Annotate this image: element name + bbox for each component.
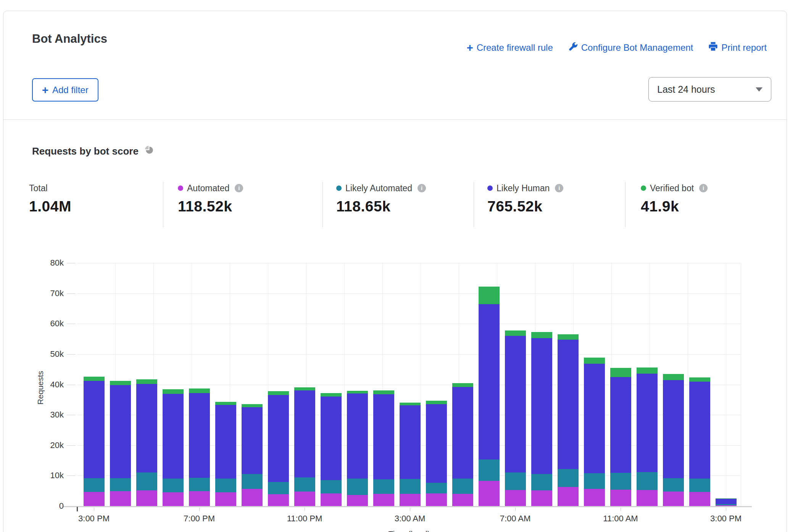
bar-segment-automated <box>584 489 605 506</box>
bar-segment-likely-automated <box>558 469 579 487</box>
stacked-bar[interactable] <box>215 402 236 506</box>
stacked-bar[interactable] <box>136 379 157 506</box>
stats-row: Total 1.04M Automated i 118.52k Likely A… <box>3 183 790 229</box>
stacked-bar[interactable] <box>426 401 447 506</box>
stat-likely-human-label: Likely Human <box>497 183 550 193</box>
stacked-bar[interactable] <box>637 368 658 506</box>
x-axis-label: Time (local) <box>377 529 442 532</box>
bar-segment-likely-human <box>452 387 473 479</box>
section-title: Requests by bot score <box>32 145 154 157</box>
time-range-value: Last 24 hours <box>657 84 715 95</box>
x-axis-line <box>63 506 752 507</box>
bar-segment-likely-automated <box>136 472 157 490</box>
bar-segment-verified-bot <box>110 381 131 385</box>
x-tick-label: 11:00 AM <box>588 514 653 524</box>
y-tick-label: 0 <box>26 501 64 511</box>
y-tick <box>67 324 76 324</box>
bar-segment-likely-human <box>479 304 500 460</box>
configure-bot-management-label: Configure Bot Management <box>581 42 693 53</box>
bar-segment-likely-human <box>136 384 157 473</box>
bar-segment-verified-bot <box>426 401 447 405</box>
bar-segment-verified-bot <box>663 374 684 380</box>
bar-segment-verified-bot <box>531 332 552 338</box>
bar-segment-automated <box>689 492 710 506</box>
stacked-bar[interactable] <box>321 393 342 506</box>
bar-segment-likely-automated <box>584 473 605 489</box>
gridline <box>421 263 421 506</box>
bar-segment-automated <box>426 493 447 506</box>
y-tick-label: 30k <box>26 410 64 420</box>
stat-divider <box>322 182 323 227</box>
y-tick <box>67 445 76 446</box>
header-divider <box>3 119 787 120</box>
y-tick-label: 10k <box>26 471 64 480</box>
stacked-bar[interactable] <box>294 387 315 506</box>
bar-segment-automated <box>110 491 131 506</box>
pie-chart-icon <box>145 145 154 157</box>
stacked-bar[interactable] <box>663 374 684 506</box>
add-filter-button[interactable]: + Add filter <box>32 78 98 102</box>
stacked-bar[interactable] <box>558 334 579 506</box>
stacked-bar[interactable] <box>400 402 421 506</box>
bar-segment-likely-automated <box>347 479 368 495</box>
printer-icon <box>708 42 718 53</box>
bar-segment-automated <box>347 495 368 506</box>
stacked-bar[interactable] <box>584 358 605 506</box>
bar-segment-verified-bot <box>163 389 184 394</box>
stacked-bar[interactable] <box>531 332 552 506</box>
configure-bot-management-link[interactable]: Configure Bot Management <box>568 42 693 53</box>
stacked-bar[interactable] <box>689 377 710 506</box>
bar-segment-likely-automated <box>163 479 184 492</box>
bar-segment-verified-bot <box>189 389 210 393</box>
wrench-icon <box>568 42 578 53</box>
y-tick-label: 20k <box>26 440 64 450</box>
bar-segment-likely-human <box>189 393 210 478</box>
create-firewall-rule-label: Create firewall rule <box>477 42 553 53</box>
bar-segment-verified-bot <box>716 498 737 499</box>
stacked-bar[interactable] <box>505 330 526 506</box>
stacked-bar[interactable] <box>479 287 500 506</box>
stacked-bar[interactable] <box>84 377 105 506</box>
print-report-link[interactable]: Print report <box>708 42 767 53</box>
bar-segment-likely-automated <box>189 478 210 491</box>
bar-segment-automated <box>136 490 157 506</box>
time-range-select[interactable]: Last 24 hours <box>648 77 771 102</box>
bar-segment-verified-bot <box>294 387 315 390</box>
stacked-bar[interactable] <box>452 383 473 506</box>
stacked-bar[interactable] <box>163 389 184 506</box>
add-filter-label: Add filter <box>52 85 89 95</box>
create-firewall-rule-link[interactable]: + Create firewall rule <box>467 42 553 53</box>
x-tick <box>515 508 516 511</box>
info-icon[interactable]: i <box>555 184 563 192</box>
bar-segment-automated <box>373 494 394 506</box>
bar-segment-verified-bot <box>136 379 157 384</box>
stacked-bar[interactable] <box>189 389 210 506</box>
info-icon[interactable]: i <box>699 184 708 192</box>
bar-segment-automated <box>637 490 658 506</box>
bar-segment-verified-bot <box>242 404 263 407</box>
bar-segment-likely-automated <box>215 479 236 492</box>
bar-segment-verified-bot <box>400 403 421 406</box>
y-tick <box>67 476 76 476</box>
page-title: Bot Analytics <box>32 32 107 46</box>
stacked-bar[interactable] <box>110 381 131 506</box>
stacked-bar[interactable] <box>242 404 263 506</box>
bar-segment-likely-automated <box>637 472 658 490</box>
stacked-bar[interactable] <box>373 390 394 506</box>
stacked-bar[interactable] <box>716 498 737 506</box>
x-tick <box>410 508 410 511</box>
stacked-bar[interactable] <box>610 368 631 506</box>
bar-segment-automated <box>268 494 289 506</box>
stat-automated: Automated i 118.52k <box>178 183 243 215</box>
x-tick-label: 3:00 AM <box>377 514 442 524</box>
x-tick-label: 3:00 PM <box>61 514 126 524</box>
stacked-bar[interactable] <box>268 391 289 506</box>
bar-segment-likely-human <box>215 405 236 479</box>
bar-segment-likely-automated <box>373 479 394 494</box>
stat-divider <box>474 182 474 227</box>
bar-segment-likely-human <box>163 394 184 479</box>
info-icon[interactable]: i <box>418 184 426 192</box>
stacked-bar[interactable] <box>347 391 368 506</box>
info-icon[interactable]: i <box>235 184 243 192</box>
x-tick <box>621 508 621 511</box>
